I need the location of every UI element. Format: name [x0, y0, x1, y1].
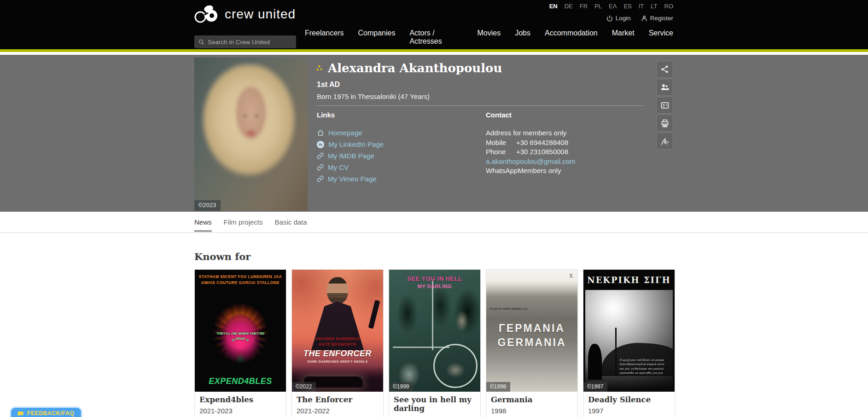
share-button[interactable] — [656, 61, 673, 78]
pdf-export-button[interactable] — [656, 133, 673, 150]
crew-united-logo[interactable]: crew united — [194, 5, 296, 24]
links-heading: Links — [317, 111, 384, 119]
member-badge-icon — [316, 65, 322, 71]
tab-film-projects[interactable]: Film projects — [224, 218, 263, 232]
poster-art — [433, 344, 478, 388]
poster-title-band: ΝΕΚΡΙΚΗ ΣΙΓΗ — [583, 270, 675, 290]
people-icon — [660, 82, 670, 92]
poster-art — [368, 300, 380, 329]
movie-card-expend4bles[interactable]: STATHAM 50CENT FOX LUNDGREN JAA UWAIS CO… — [194, 269, 286, 417]
poster-title-text: THE ENFORCER — [292, 349, 383, 359]
lang-en[interactable]: EN — [549, 3, 558, 10]
vcard-button[interactable] — [656, 97, 673, 114]
lang-lt[interactable]: LT — [651, 3, 657, 10]
nav-companies[interactable]: Companies — [358, 29, 395, 52]
contact-whatsapp-row: WhatsApp Members only — [486, 167, 647, 174]
poster-cast-text: STATHAM 50CENT FOX LUNDGREN JAA UWAIS CO… — [195, 274, 286, 286]
link-icon — [317, 164, 324, 171]
print-icon — [660, 119, 670, 128]
lang-el[interactable]: ΕΛ — [609, 3, 617, 10]
tab-basic-data[interactable]: Basic data — [275, 218, 307, 232]
nav-service[interactable]: Service — [649, 29, 673, 52]
linkedin-icon: in — [317, 141, 324, 148]
movie-poster: ANTONIO BANDERAS KATE BOSWORTH THE ENFOR… — [292, 270, 383, 392]
site-header: crew united EN DE FR PL ΕΛ ES IT LT RO L… — [0, 0, 868, 52]
poster-art: Η ψυχή μου ταξιδεύει σε μαύρα όπου βασαν… — [585, 290, 673, 392]
link-vimeo[interactable]: My Vimeo Page — [317, 175, 384, 183]
print-button[interactable] — [656, 115, 673, 132]
poster-copyright-label: ©2022 — [292, 382, 316, 392]
feedback-faq-button[interactable]: FEEDBACK/FAQ — [11, 408, 81, 417]
movie-years: 2021-2022 — [297, 407, 379, 415]
profile-job-title: 1st AD — [317, 81, 340, 89]
vcard-icon — [660, 101, 670, 110]
contact-mobile-row: Mobile +30 6944288408 — [486, 139, 647, 146]
email-link[interactable]: a.akanthopoulou@gmail.com — [486, 157, 576, 165]
action-rail — [656, 61, 673, 150]
crew-united-logo-icon — [194, 5, 220, 24]
photo-copyright-label: ©2023 — [194, 200, 221, 211]
known-for-cards: STATHAM 50CENT FOX LUNDGREN JAA UWAIS CO… — [194, 269, 673, 417]
known-for-heading: Known for — [194, 251, 673, 262]
link-imdb[interactable]: My IMDB Page — [317, 152, 384, 160]
poster-credit-text: FILM BY KRIS KRIKELLIS — [490, 307, 528, 310]
poster-copyright-label: ©1997 — [583, 382, 607, 392]
nav-actors[interactable]: Actors / Actresses — [409, 29, 463, 52]
poster-art — [432, 279, 433, 350]
link-icon — [317, 175, 324, 182]
lang-pl[interactable]: PL — [594, 3, 602, 10]
links-section: Links Homepage in My LinkedIn Page — [317, 111, 384, 183]
add-to-contacts-button[interactable] — [656, 79, 673, 96]
movie-poster: STATHAM 50CENT FOX LUNDGREN JAA UWAIS CO… — [195, 270, 286, 392]
link-icon — [317, 152, 324, 159]
movie-card-see-you-in-hell[interactable]: SEE YOU IN HELL MY DARLING ©1999 See you… — [389, 269, 481, 417]
movie-title: The Enforcer — [297, 395, 379, 404]
person-icon — [641, 15, 647, 22]
profile-photo[interactable]: ©2023 — [194, 58, 308, 211]
link-cv[interactable]: My CV — [317, 163, 384, 171]
festival-laurel-mark: X — [569, 273, 573, 279]
nav-market[interactable]: Market — [612, 29, 635, 52]
nav-freelancers[interactable]: Freelancers — [305, 29, 344, 52]
lang-ro[interactable]: RO — [664, 3, 674, 10]
movie-poster: X FILM BY KRIS KRIKELLIS ΓΕΡΜΑΝΙΑ GERMAN… — [486, 270, 577, 392]
nav-accommodation[interactable]: Accommodation — [545, 29, 598, 52]
poster-tagline: THEY'LL DIE WHEN THEY'RE DEAD — [213, 331, 268, 342]
phone-value: +30 2310850008 — [516, 148, 568, 156]
chat-bubble-icon — [17, 411, 24, 417]
nav-movies[interactable]: Movies — [478, 29, 501, 52]
movie-title: Expend4bles — [199, 395, 281, 404]
poster-title-text: SEE YOU IN HELL — [389, 275, 480, 282]
profile-born-line: Born 1975 in Thessaloniki (47 Years) — [317, 93, 430, 100]
share-icon — [660, 65, 669, 74]
lang-fr[interactable]: FR — [580, 3, 588, 10]
movie-years: 2021-2023 — [199, 407, 281, 415]
lang-es[interactable]: ES — [623, 3, 631, 10]
lang-it[interactable]: IT — [639, 3, 644, 10]
link-homepage[interactable]: Homepage — [317, 129, 384, 137]
language-switcher: EN DE FR PL ΕΛ ES IT LT RO — [549, 3, 673, 10]
mobile-value: +30 6944288408 — [516, 139, 568, 146]
search-input[interactable] — [208, 39, 292, 46]
tab-news[interactable]: News — [194, 218, 212, 232]
movie-card-deadly-silence[interactable]: ΝΕΚΡΙΚΗ ΣΙΓΗ Η ψυχή μου ταξιδεύει σε μαύ… — [583, 269, 675, 417]
poster-text: ANTONIO BANDERAS KATE BOSWORTH THE ENFOR… — [292, 336, 383, 364]
whatsapp-value: Members only — [518, 167, 561, 174]
login-button[interactable]: Login — [606, 15, 631, 22]
movie-card-the-enforcer[interactable]: ANTONIO BANDERAS KATE BOSWORTH THE ENFOR… — [291, 269, 384, 417]
profile-header-band: ©2023 Alexandra Akanthopoulou 1st AD Bor… — [0, 55, 868, 212]
contact-section: Contact Address for members only Mobile … — [486, 111, 647, 174]
poster-title-text: EXPEND4BLES — [195, 376, 286, 386]
link-linkedin[interactable]: in My LinkedIn Page — [317, 140, 384, 148]
lang-de[interactable]: DE — [565, 3, 573, 10]
poster-title-text: ΝΕΚΡΙΚΗ ΣΙΓΗ — [587, 275, 671, 285]
nav-jobs[interactable]: Jobs — [515, 29, 530, 52]
register-button[interactable]: Register — [641, 15, 673, 22]
auth-links: Login Register — [606, 15, 673, 22]
phone-label: Phone — [486, 148, 516, 156]
poster-tagline: SOME GUARDIANS AREN'T ANGELS — [292, 360, 383, 363]
movie-years: 1997 — [588, 407, 670, 415]
movie-title: Germania — [491, 395, 573, 404]
movie-card-germania[interactable]: X FILM BY KRIS KRIKELLIS ΓΕΡΜΑΝΙΑ GERMAN… — [486, 269, 578, 417]
movie-poster: SEE YOU IN HELL MY DARLING ©1999 — [389, 270, 480, 392]
